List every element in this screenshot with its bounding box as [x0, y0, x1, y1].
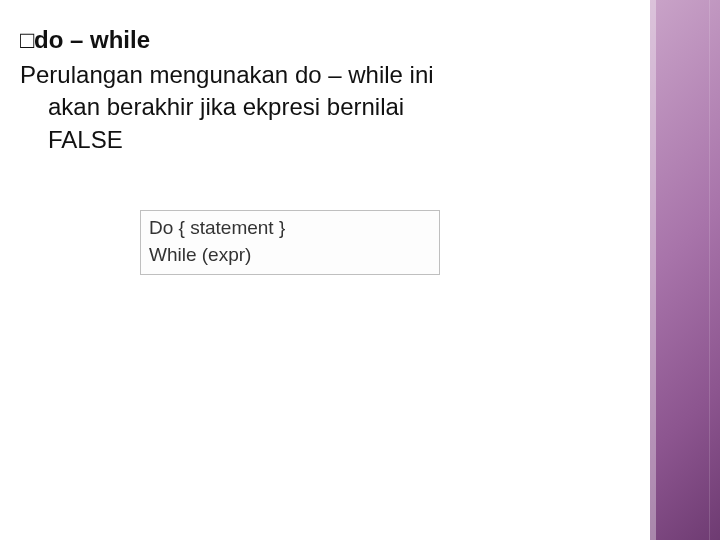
- body-line-2: akan berakhir jika ekpresi bernilai: [20, 91, 630, 123]
- bullet-icon: □: [20, 26, 34, 55]
- body-line-1: Perulangan mengunakan do – while ini: [20, 61, 434, 88]
- body-line-3: FALSE: [20, 124, 630, 156]
- body-paragraph: Perulangan mengunakan do – while ini aka…: [20, 59, 630, 156]
- code-line-2: While (expr): [149, 242, 431, 269]
- content-area: □do – while Perulangan mengunakan do – w…: [20, 26, 630, 156]
- heading-bold: do: [34, 26, 63, 53]
- heading: □do – while: [20, 26, 630, 55]
- decorative-side-strip: [650, 0, 720, 540]
- code-line-1: Do { statement }: [149, 215, 431, 242]
- code-box: Do { statement } While (expr): [140, 210, 440, 275]
- heading-rest: – while: [63, 26, 150, 53]
- slide: □do – while Perulangan mengunakan do – w…: [0, 0, 720, 540]
